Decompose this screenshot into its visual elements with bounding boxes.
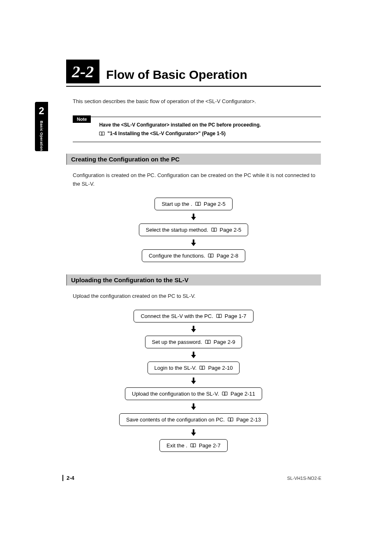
subheading-uploading: Uploading the Configuration to the SL-V (66, 274, 321, 286)
flow-step: Connect the SL-V with the PC. Page 1-7 (134, 310, 253, 322)
arrow-down-icon (189, 377, 198, 385)
flow-step-text: Select the startup method. (146, 227, 208, 233)
flow-step-text: Set up the password. (152, 339, 202, 345)
flow-step: Select the startup method. Page 2-5 (139, 223, 249, 236)
book-icon (216, 314, 222, 318)
flow-step-page: Page 2-11 (231, 391, 255, 397)
flow-chart-1: Start up the . Page 2-5Select the startu… (66, 198, 321, 262)
book-icon (190, 443, 196, 448)
flow-step-page: Page 2-8 (217, 253, 238, 259)
note-reference: "1-4 Installing the <SL-V Configurator>"… (99, 130, 261, 138)
flow-step: Set up the password. Page 2-9 (145, 336, 242, 348)
flow-step-page: Page 2-13 (236, 417, 261, 423)
flow-step-text: Save contents of the configuration on PC… (126, 417, 225, 423)
flow-step-page: Page 2-9 (214, 339, 235, 345)
arrow-down-icon (189, 213, 198, 221)
flow-step-text: Connect the SL-V with the PC. (141, 313, 213, 319)
flow-step: Exit the . Page 2-7 (159, 439, 227, 452)
page-number: 2-4 (62, 475, 74, 481)
section1-body: Configuration is created on the PC. Conf… (73, 171, 321, 189)
flow-step-text: Configure the functions. (149, 253, 205, 259)
page-content: 2-2 Flow of Basic Operation This section… (66, 60, 321, 464)
flow-step: Save contents of the configuration on PC… (119, 413, 268, 426)
flow-step: Start up the . Page 2-5 (154, 198, 232, 210)
section-number-badge: 2-2 (66, 60, 99, 83)
note-body: Have the <SL-V Configurator> installed o… (99, 121, 261, 138)
section2-body: Upload the configuration created on the … (73, 292, 321, 301)
flow-step: Configure the functions. Page 2-8 (142, 249, 245, 262)
book-icon (195, 202, 201, 206)
note-reference-text: "1-4 Installing the <SL-V Configurator>"… (107, 130, 225, 138)
section-title: Flow of Basic Operation (106, 68, 247, 83)
flow-step-page: Page 1-7 (225, 313, 247, 319)
flow-step-text: Login to the SL-V. (154, 365, 197, 371)
book-icon (99, 131, 105, 136)
flow-step-page: Page 2-5 (204, 201, 226, 207)
arrow-down-icon (189, 351, 198, 359)
flow-step-page: Page 2-5 (220, 227, 242, 233)
section-header: 2-2 Flow of Basic Operation (66, 60, 321, 87)
flow-step-text: Start up the . (161, 201, 192, 207)
arrow-down-icon (189, 428, 198, 437)
page-footer: 2-4 SL-VH1S-NO2-E (62, 475, 321, 481)
flow-step: Login to the SL-V. Page 2-10 (148, 362, 240, 374)
book-icon (199, 366, 205, 370)
chapter-number: 2 (39, 105, 44, 117)
book-icon (228, 417, 233, 422)
document-id: SL-VH1S-NO2-E (287, 476, 321, 481)
flow-step-page: Page 2-7 (199, 442, 221, 449)
flow-step-text: Exit the . (166, 442, 187, 449)
subheading-creating: Creating the Configuration on the PC (66, 154, 321, 165)
flow-step-page: Page 2-10 (208, 365, 233, 371)
flow-chart-2: Connect the SL-V with the PC. Page 1-7Se… (66, 310, 321, 452)
book-icon (208, 253, 214, 258)
note-block: Note Have the <SL-V Configurator> instal… (73, 117, 321, 142)
book-icon (211, 228, 217, 232)
note-label: Note (73, 115, 91, 123)
intro-text: This section describes the basic flow of… (73, 98, 321, 104)
note-line1: Have the <SL-V Configurator> installed o… (99, 121, 261, 129)
arrow-down-icon (189, 239, 198, 247)
flow-step-text: Upload the configuration to the SL-V. (132, 391, 219, 397)
book-icon (205, 340, 211, 344)
chapter-tab: 2 Basic Operation (35, 102, 48, 151)
flow-step: Upload the configuration to the SL-V. Pa… (125, 387, 262, 400)
arrow-down-icon (189, 325, 198, 333)
arrow-down-icon (189, 403, 198, 411)
chapter-title: Basic Operation (39, 121, 44, 151)
book-icon (222, 391, 228, 396)
